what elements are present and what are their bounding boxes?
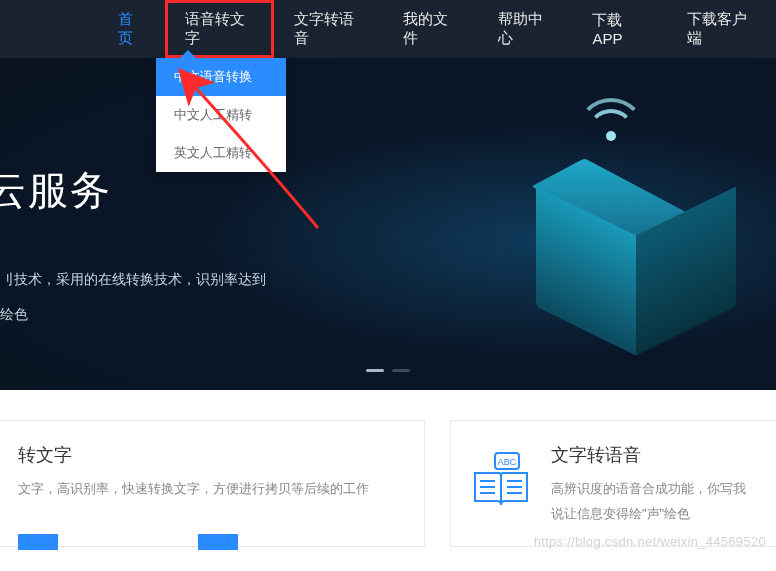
hero-illustration	[476, 98, 746, 368]
carousel-indicator[interactable]	[366, 369, 410, 372]
nav-home[interactable]: 首页	[98, 0, 165, 58]
nav-text-to-speech[interactable]: 文字转语音	[274, 0, 383, 58]
nav-download-client[interactable]: 下载客户端	[667, 0, 776, 58]
nav-help-center[interactable]: 帮助中心	[478, 0, 573, 58]
carousel-dot-1[interactable]	[366, 369, 384, 372]
feature-desc: 高辨识度的语音合成功能，你写我说让信息变得绘"声"绘色	[551, 477, 758, 526]
speech-to-text-dropdown: 中文语音转换 中文人工精转 英文人工精转	[156, 58, 286, 172]
dropdown-chinese-auto[interactable]: 中文语音转换	[156, 58, 286, 96]
hero-subtitle-line1: 刂技术，采用的在线转换技术，识别率达到	[0, 271, 266, 289]
hero-banner: 云服务 刂技术，采用的在线转换技术，识别率达到 绘色	[0, 58, 776, 390]
feature-title: 转文字	[18, 443, 406, 467]
nav-download-app[interactable]: 下载APP	[572, 0, 667, 58]
feature-button-2[interactable]	[198, 534, 238, 550]
svg-text:ABC: ABC	[498, 457, 517, 467]
feature-card-speech-to-text: 转文字 文字，高识别率，快速转换文字，方便进行拷贝等后续的工作	[0, 420, 425, 547]
hero-subtitle-line2: 绘色	[0, 306, 28, 324]
hero-title: 云服务	[0, 163, 112, 218]
dropdown-chinese-manual[interactable]: 中文人工精转	[156, 96, 286, 134]
watermark-text: https://blog.csdn.net/weixin_44569520	[534, 534, 766, 549]
feature-card-text-to-speech: ABC 文字转语音 高辨识度的语音合成功能，你写我说让信息变得绘"声"绘色	[450, 420, 776, 547]
feature-button-1[interactable]	[18, 534, 58, 550]
top-nav: 首页 语音转文字 文字转语音 我的文件 帮助中心 下载APP 下载客户端	[0, 0, 776, 58]
feature-desc: 文字，高识别率，快速转换文字，方便进行拷贝等后续的工作	[18, 477, 406, 502]
nav-my-files[interactable]: 我的文件	[383, 0, 478, 58]
feature-row: 转文字 文字，高识别率，快速转换文字，方便进行拷贝等后续的工作 ABC 文字转语…	[0, 390, 776, 547]
feature-title: 文字转语音	[551, 443, 758, 467]
book-abc-icon: ABC	[469, 447, 533, 511]
dropdown-english-manual[interactable]: 英文人工精转	[156, 134, 286, 172]
carousel-dot-2[interactable]	[392, 369, 410, 372]
